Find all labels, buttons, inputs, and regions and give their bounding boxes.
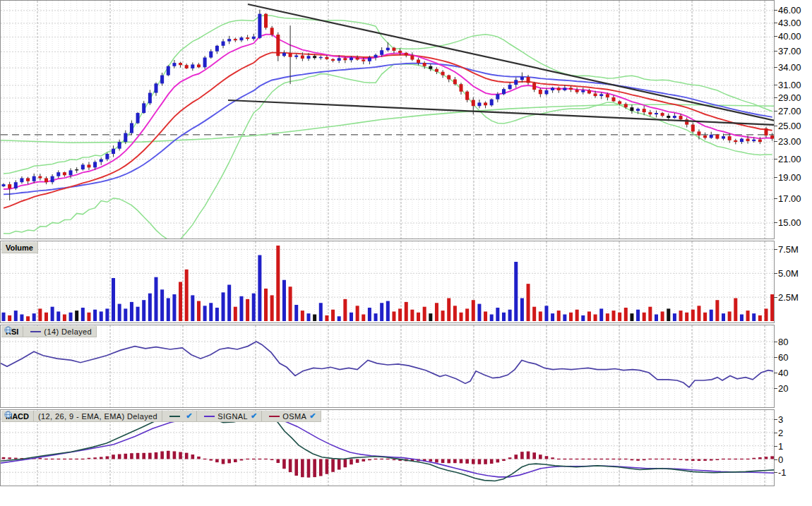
volume-bar [100,311,103,321]
candle-body [185,65,189,68]
volume-bar [527,284,530,321]
candle-body [331,59,335,61]
candle-body [130,123,133,133]
volume-bar [392,311,395,321]
price-axis-label: 19.00 [778,173,801,182]
osma-histogram-bar [112,454,115,459]
candle-body [343,58,347,60]
volume-axis-label: 7.5M [778,245,799,254]
osma-histogram-bar [100,457,103,459]
volume-bar [655,315,658,321]
volume-bar [338,316,341,321]
price-axis-label-tick [774,159,777,159]
macd-line-sample [169,416,180,417]
macd-pane[interactable]: MACD (12, 26, 9 - EMA, EMA) Delayed ✔ SI… [0,409,775,486]
price-axis-label: 43.00 [778,18,801,28]
candle-body [398,51,402,53]
candle-body [410,56,414,60]
price-axis-label-tick [774,126,777,126]
volume-bar [258,255,261,321]
volume-panel-label: Volume [1,242,37,253]
candle-body [472,100,475,107]
candle-body [447,76,450,80]
candle-body [477,102,481,106]
volume-bar [56,311,60,321]
candle-body [703,135,707,138]
osma-histogram-bar [563,459,567,459]
osma-histogram-bar [453,459,457,464]
price-axis-label-tick [774,97,777,98]
macd-series-checkbox[interactable]: ✔ [186,411,192,421]
price-pane[interactable] [0,0,775,239]
osma-histogram-bar [545,456,549,459]
osma-histogram-bar [643,459,646,461]
osma-histogram-bar [282,459,286,469]
candle-body [51,176,54,183]
volume-bar [447,298,450,321]
candle-body [301,56,304,59]
osma-checkbox[interactable]: ✔ [309,411,316,421]
osma-histogram-bar [289,459,292,473]
macd-legend: MACD (12, 26, 9 - EMA, EMA) Delayed ✔ SI… [1,411,321,422]
osma-histogram-bar [478,459,482,464]
candle-body [222,42,225,46]
volume-bar [14,311,18,321]
macd-axis-label-tick [774,446,777,447]
osma-histogram-bar [520,452,524,459]
osma-histogram-bar [484,459,487,464]
macd-axis-label-tick [774,433,777,433]
candle-body [246,37,249,39]
candle-body [722,136,725,138]
volume-bar [282,280,286,321]
volume-bar [307,313,311,321]
stock-chart-app: Volume RSI (14) Delayed MACD (12, 26, 9 … [0,0,812,506]
price-axis-label-tick [774,10,777,11]
osma-histogram-bar [587,459,591,459]
osma-histogram-bar [569,459,573,459]
volume-bar [197,301,201,321]
volume-bar [569,313,573,321]
candle-body [307,56,311,59]
volume-bar [222,292,225,321]
globe-icon[interactable] [4,411,12,418]
volume-bar [429,313,432,321]
candle-body [282,53,286,56]
rsi-axis-label-tick [774,373,777,373]
osma-histogram-bar [575,459,579,459]
rsi-pane[interactable]: RSI (14) Delayed [0,325,775,408]
candle-body [417,60,420,64]
volume-pane[interactable]: Volume [0,241,775,323]
candle-body [191,64,194,68]
volume-bar [508,310,512,321]
candle-body [661,113,664,116]
volume-bar [435,303,438,321]
osma-histogram-bar [160,452,164,459]
volume-bar [294,305,298,321]
volume-bar [734,298,737,321]
volume-bar [148,294,152,321]
candle-body [496,94,499,99]
volume-bar [612,311,616,321]
volume-bar [697,306,700,321]
volume-bar [557,311,561,321]
candle-body [636,109,640,111]
volume-bar [185,270,189,321]
rsi-axis-label: 60 [778,353,788,362]
candle-body [734,140,737,142]
osma-histogram-bar [447,459,450,464]
osma-histogram-bar [362,459,365,462]
osma-histogram-bar [698,459,701,462]
candle-body [160,76,164,84]
osma-histogram-bar [301,459,304,478]
signal-checkbox[interactable]: ✔ [251,411,257,421]
candle-body [239,37,243,40]
rsi-legend: RSI (14) Delayed [1,326,97,337]
volume-bar [606,313,609,321]
volume-bar [514,262,518,321]
volume-bar [203,306,207,321]
candle-body [252,37,256,39]
price-axis-label: 46.00 [778,6,801,15]
globe-icon[interactable] [4,326,12,334]
osma-histogram-bar [685,459,688,461]
candle-body [386,48,390,51]
